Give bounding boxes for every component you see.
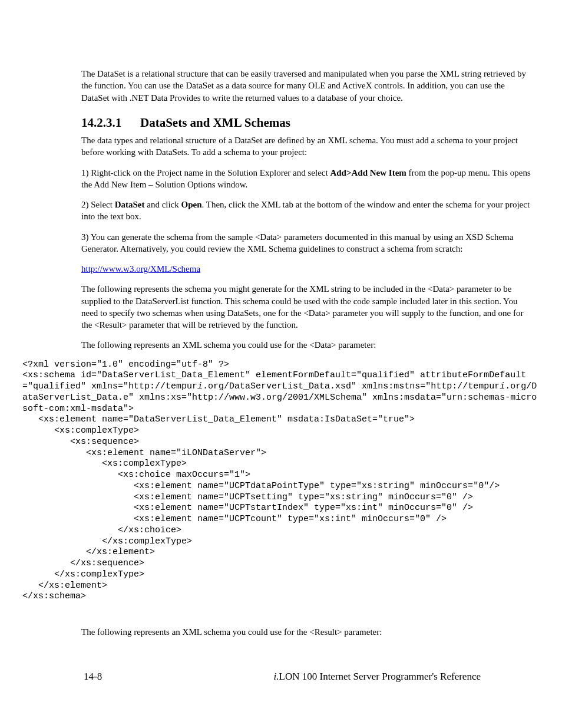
body-column-lower: The following represents an XML schema y… — [81, 626, 534, 638]
paragraph-schema-intro: The data types and relational structure … — [81, 134, 534, 159]
footer-title: i.LON 100 Internet Server Programmer's R… — [274, 670, 481, 684]
step2-mid: and click — [144, 200, 181, 209]
section-title-text: DataSets and XML Schemas — [140, 116, 290, 130]
data-schema-intro: The following represents an XML schema y… — [81, 339, 534, 351]
page-footer: 14-8 i.LON 100 Internet Server Programme… — [84, 670, 481, 684]
code-part-3: .org/DataServerList_Data.e" xmlns:xs="ht… — [22, 381, 537, 601]
step1-bold: Add>Add New Item — [330, 168, 406, 177]
step2-bold-open: Open — [181, 200, 202, 209]
code-italic-i-2: i — [500, 381, 505, 391]
schema-link-para: http://www.w3.org/XML/Schema — [81, 263, 534, 275]
footer-italic-prefix: i. — [274, 671, 279, 682]
result-schema-intro: The following represents an XML schema y… — [81, 626, 534, 638]
step2-pre: 2) Select — [81, 200, 115, 209]
body-column: The DataSet is a relational structure th… — [81, 68, 534, 351]
code-italic-i-1: i — [197, 381, 203, 391]
page-number: 14-8 — [84, 670, 102, 684]
footer-title-text: LON 100 Internet Server Programmer's Ref… — [279, 671, 481, 682]
step1-text-pre: 1) Right-click on the Project name in th… — [81, 168, 330, 177]
section-number: 14.2.3.1 — [81, 114, 140, 131]
xml-schema-link[interactable]: http://www.w3.org/XML/Schema — [81, 264, 200, 274]
section-heading: 14.2.3.1DataSets and XML Schemas — [81, 114, 534, 131]
step2-bold-dataset: DataSet — [115, 200, 145, 209]
schema-explanation: The following represents the schema you … — [81, 283, 534, 331]
step-3: 3) You can generate the schema from the … — [81, 231, 534, 255]
document-page: The DataSet is a relational structure th… — [0, 0, 562, 707]
step-1: 1) Right-click on the Project name in th… — [81, 167, 534, 191]
step-2: 2) Select DataSet and click Open. Then, … — [81, 199, 534, 223]
intro-paragraph: The DataSet is a relational structure th… — [81, 68, 534, 104]
xml-schema-code: <?xml version="1.0" encoding="utf-8" ?> … — [22, 360, 540, 603]
code-part-2: .org/DataServerList_Data.xsd" xmlns:mstn… — [203, 381, 500, 391]
